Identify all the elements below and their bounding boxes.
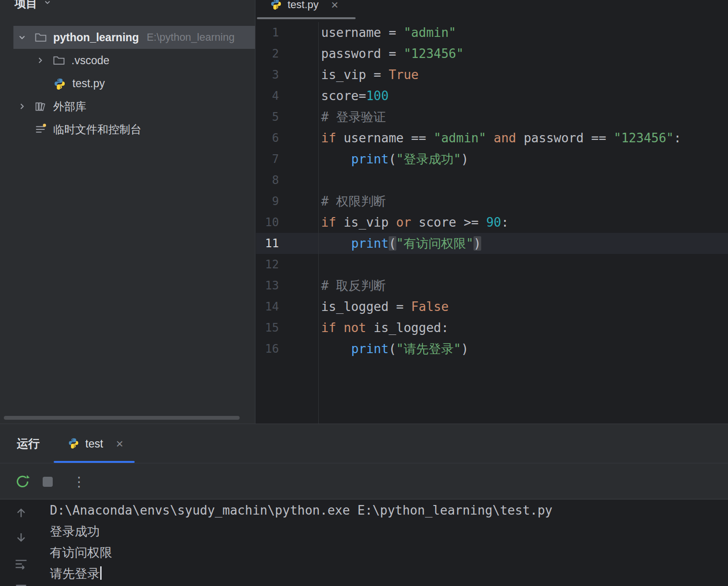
- editor-tab-title: test.py: [288, 0, 319, 11]
- python-file-icon: [54, 77, 66, 90]
- code-line[interactable]: 6if username == "admin" and password == …: [256, 127, 728, 149]
- stop-square-icon: [43, 477, 53, 487]
- editor-area: test.py × 1username = "admin"2password =…: [256, 0, 728, 424]
- project-panel-header[interactable]: 项目: [14, 0, 52, 12]
- line-number[interactable]: 4: [256, 85, 279, 106]
- code-line[interactable]: 2password = "123456": [256, 43, 728, 64]
- code-text: password = "123456": [321, 43, 463, 64]
- code-line[interactable]: 10if is_vip or score >= 90:: [256, 212, 728, 233]
- project-tree: python_learning E:\python_learning .vsco…: [0, 26, 255, 141]
- rerun-button[interactable]: [14, 473, 31, 490]
- code-lines: 1username = "admin"2password = "123456"3…: [256, 22, 728, 359]
- chevron-down-icon[interactable]: [17, 33, 27, 42]
- code-line[interactable]: 4score=100: [256, 85, 728, 106]
- text-cursor: [100, 566, 102, 580]
- console-output: D:\Anaconda\envs\syudy_machin\python.exe…: [50, 500, 728, 584]
- tree-item-label: test.py: [72, 77, 105, 90]
- line-number[interactable]: 9: [256, 191, 279, 212]
- scroll-to-end-icon[interactable]: [13, 580, 29, 586]
- run-panel-title[interactable]: 运行: [17, 424, 40, 463]
- close-icon[interactable]: ×: [331, 0, 338, 11]
- tree-item-scratches-and-consoles[interactable]: 临时文件和控制台: [0, 118, 255, 141]
- code-line[interactable]: 15if not is_logged:: [256, 317, 728, 338]
- soft-wrap-icon[interactable]: [13, 556, 29, 572]
- close-icon[interactable]: ×: [116, 437, 123, 450]
- line-number[interactable]: 14: [256, 296, 279, 317]
- line-number[interactable]: 15: [256, 317, 279, 338]
- python-file-icon: [68, 437, 79, 450]
- arrow-down-icon[interactable]: [13, 529, 29, 545]
- chevron-down-icon[interactable]: [43, 0, 52, 9]
- console-line: 请先登录: [50, 563, 728, 584]
- code-line[interactable]: 8: [256, 170, 728, 191]
- line-number[interactable]: 10: [256, 212, 279, 233]
- horizontal-scrollbar[interactable]: [4, 416, 240, 420]
- console-line: 登录成功: [50, 521, 728, 542]
- code-line[interactable]: 7 print("登录成功"): [256, 149, 728, 170]
- tree-item-vscode[interactable]: .vscode: [0, 49, 255, 72]
- line-number[interactable]: 7: [256, 149, 279, 170]
- code-text: # 权限判断: [321, 191, 386, 212]
- tree-item-label: 外部库: [53, 99, 86, 114]
- code-editor[interactable]: 1username = "admin"2password = "123456"3…: [256, 22, 728, 424]
- external-libraries-icon: [35, 100, 47, 113]
- code-line[interactable]: 9# 权限判断: [256, 191, 728, 212]
- tree-item-test-py[interactable]: test.py: [0, 72, 255, 95]
- arrow-up-icon[interactable]: [13, 506, 29, 521]
- line-number[interactable]: 8: [256, 170, 279, 191]
- kebab-menu-icon[interactable]: ⋮: [72, 471, 86, 492]
- tree-item-label: 临时文件和控制台: [53, 122, 141, 137]
- code-text: print("有访问权限"): [321, 233, 481, 254]
- console[interactable]: D:\Anaconda\envs\syudy_machin\python.exe…: [0, 500, 728, 586]
- run-tool-window: 运行 test ×: [0, 424, 728, 586]
- code-text: if is_vip or score >= 90:: [321, 212, 508, 233]
- code-text: # 取反判断: [321, 275, 386, 296]
- code-line[interactable]: 14is_logged = False: [256, 296, 728, 317]
- line-number[interactable]: 1: [256, 22, 279, 43]
- code-text: # 登录验证: [321, 106, 386, 127]
- line-number[interactable]: 11: [256, 233, 279, 254]
- code-text: print("登录成功"): [321, 149, 469, 170]
- code-text: username = "admin": [321, 22, 456, 43]
- run-tab-test[interactable]: test ×: [54, 424, 133, 463]
- code-line[interactable]: 1username = "admin": [256, 22, 728, 43]
- editor-tab-test-py[interactable]: test.py ×: [256, 0, 346, 16]
- code-line[interactable]: 11 print("有访问权限"): [256, 233, 728, 254]
- code-line[interactable]: 16 print("请先登录"): [256, 338, 728, 359]
- tree-item-label: python_learning: [53, 31, 139, 44]
- line-number[interactable]: 6: [256, 127, 279, 149]
- run-tab-title: test: [85, 437, 103, 450]
- tree-item-label: .vscode: [71, 54, 109, 67]
- line-number[interactable]: 13: [256, 275, 279, 296]
- project-panel-title[interactable]: 项目: [14, 0, 37, 11]
- scratches-icon: [35, 123, 47, 136]
- chevron-right-icon[interactable]: [35, 56, 45, 65]
- line-number[interactable]: 5: [256, 106, 279, 127]
- tree-item-external-libraries[interactable]: 外部库: [0, 95, 255, 118]
- tree-item-python-learning[interactable]: python_learning E:\python_learning: [13, 26, 255, 49]
- folder-icon: [35, 31, 47, 44]
- line-number[interactable]: 3: [256, 64, 279, 85]
- chevron-right-icon[interactable]: [17, 102, 27, 111]
- stop-button[interactable]: [41, 475, 54, 488]
- active-tab-indicator: [257, 17, 356, 19]
- active-tab-indicator: [54, 461, 135, 463]
- code-text: score=100: [321, 85, 389, 106]
- python-file-icon: [270, 0, 282, 11]
- line-number[interactable]: 2: [256, 43, 279, 64]
- code-line[interactable]: 3is_vip = True: [256, 64, 728, 85]
- project-tool-window: 项目 python_learning E:\python_learning: [0, 0, 255, 424]
- code-text: is_vip = True: [321, 64, 419, 85]
- line-number[interactable]: 16: [256, 338, 279, 359]
- code-text: is_logged = False: [321, 296, 449, 317]
- folder-icon: [53, 54, 65, 67]
- line-number[interactable]: 12: [256, 254, 279, 275]
- code-line[interactable]: 5# 登录验证: [256, 106, 728, 127]
- code-line[interactable]: 13# 取反判断: [256, 275, 728, 296]
- code-text: if not is_logged:: [321, 317, 449, 338]
- code-text: if username == "admin" and password == "…: [321, 127, 681, 149]
- tree-item-path: E:\python_learning: [147, 31, 234, 44]
- code-line[interactable]: 12: [256, 254, 728, 275]
- run-panel-header: 运行 test ×: [0, 424, 728, 463]
- console-line: D:\Anaconda\envs\syudy_machin\python.exe…: [50, 500, 728, 521]
